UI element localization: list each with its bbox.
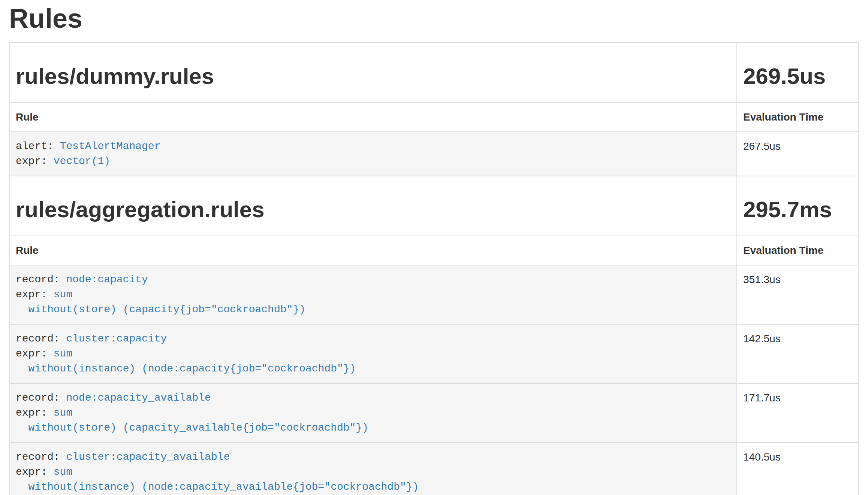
rule-field-label: record: <box>16 451 60 463</box>
rule-expr-link[interactable]: sum without(instance) (node:capacity_ava… <box>16 466 419 493</box>
table-row: record:node:capacity_availableexpr:sum w… <box>9 383 859 443</box>
table-row: record:cluster:capacity_availableexpr:su… <box>9 443 859 495</box>
rule-expr-link[interactable]: sum without(store) (capacity_available{j… <box>16 407 368 434</box>
rule-definition-cell: record:cluster:capacityexpr:sum without(… <box>9 324 737 383</box>
rule-group-time-cell: 295.7ms <box>737 176 859 236</box>
rule-field-label: expr: <box>16 289 47 300</box>
rule-name-link[interactable]: cluster:capacity <box>66 333 167 344</box>
rule-definition-cell: record:node:capacityexpr:sum without(sto… <box>9 265 737 324</box>
rule-field-label: expr: <box>16 348 47 359</box>
rule-alert-line: alert:TestAlertManager <box>16 139 730 154</box>
rule-name-link[interactable]: node:capacity <box>66 274 148 285</box>
page-title: Rules <box>9 4 858 33</box>
rule-expr-link[interactable]: vector(1) <box>54 155 110 167</box>
rule-name-link[interactable]: node:capacity_available <box>66 392 211 404</box>
rule-definition-cell: record:cluster:capacity_availableexpr:su… <box>9 443 737 495</box>
table-row: record:cluster:capacityexpr:sum without(… <box>9 324 859 383</box>
rule-column-header: Rule <box>9 236 737 265</box>
rule-record-line: record:cluster:capacity <box>16 331 730 346</box>
rule-record-line: record:node:capacity <box>16 272 730 287</box>
rule-group-header-row: rules/aggregation.rules 295.7ms <box>9 176 859 236</box>
rule-evaluation-time: 351.3us <box>737 265 859 324</box>
rule-field-label: alert: <box>16 140 54 152</box>
rule-column-header: Rule <box>9 103 737 132</box>
evaluation-time-column-header: Evaluation Time <box>737 236 859 265</box>
rule-group-name: rules/dummy.rules <box>16 64 730 89</box>
rule-field-label: record: <box>16 333 60 344</box>
rule-definition-cell: record:node:capacity_availableexpr:sum w… <box>9 383 737 443</box>
rule-evaluation-time: 142.5us <box>737 324 859 383</box>
rule-evaluation-time: 140.5us <box>737 443 859 495</box>
rule-group-evaluation-time: 295.7ms <box>743 197 852 222</box>
rule-evaluation-time: 171.7us <box>737 383 859 443</box>
evaluation-time-column-header: Evaluation Time <box>737 103 859 132</box>
rule-name-link[interactable]: cluster:capacity_available <box>66 451 230 463</box>
rule-expr-line: expr:sum without(instance) (node:capacit… <box>16 465 730 495</box>
rule-field-label: expr: <box>16 155 47 167</box>
table-row: record:node:capacityexpr:sum without(sto… <box>9 265 859 324</box>
rule-field-label: record: <box>16 274 60 285</box>
rule-expr-line: expr:sum without(instance) (node:capacit… <box>16 346 730 376</box>
rule-name-link[interactable]: TestAlertManager <box>60 140 161 152</box>
table-row: alert:TestAlertManagerexpr:vector(1) 267… <box>9 132 859 176</box>
rule-expr-link[interactable]: sum without(instance) (node:capacity{job… <box>16 348 356 374</box>
rule-definition-cell: alert:TestAlertManagerexpr:vector(1) <box>9 132 737 176</box>
rule-group-name: rules/aggregation.rules <box>16 197 730 222</box>
rule-field-label: expr: <box>16 466 47 478</box>
rule-field-label: expr: <box>16 407 47 419</box>
rules-page: Rules rules/dummy.rules 269.5us Rule Eva… <box>9 4 858 495</box>
rule-record-line: record:node:capacity_available <box>16 391 730 406</box>
rule-record-line: record:cluster:capacity_available <box>16 450 730 465</box>
column-header-row: Rule Evaluation Time <box>9 236 859 265</box>
rule-field-label: record: <box>16 392 60 404</box>
rule-expr-line: expr:sum without(store) (capacity_availa… <box>16 406 730 435</box>
rule-expr-line: expr:sum without(store) (capacity{job="c… <box>16 287 730 317</box>
column-header-row: Rule Evaluation Time <box>9 103 859 132</box>
rule-expr-line: expr:vector(1) <box>16 154 730 169</box>
rule-group-header-row: rules/dummy.rules 269.5us <box>9 43 859 103</box>
rule-expr-link[interactable]: sum without(store) (capacity{job="cockro… <box>16 289 305 315</box>
rule-evaluation-time: 267.5us <box>737 132 859 176</box>
rule-group-name-cell: rules/dummy.rules <box>9 43 737 103</box>
rules-table: rules/dummy.rules 269.5us Rule Evaluatio… <box>9 42 859 495</box>
rule-group-time-cell: 269.5us <box>737 43 859 103</box>
rule-group-name-cell: rules/aggregation.rules <box>9 176 737 236</box>
rule-group-evaluation-time: 269.5us <box>743 64 852 89</box>
